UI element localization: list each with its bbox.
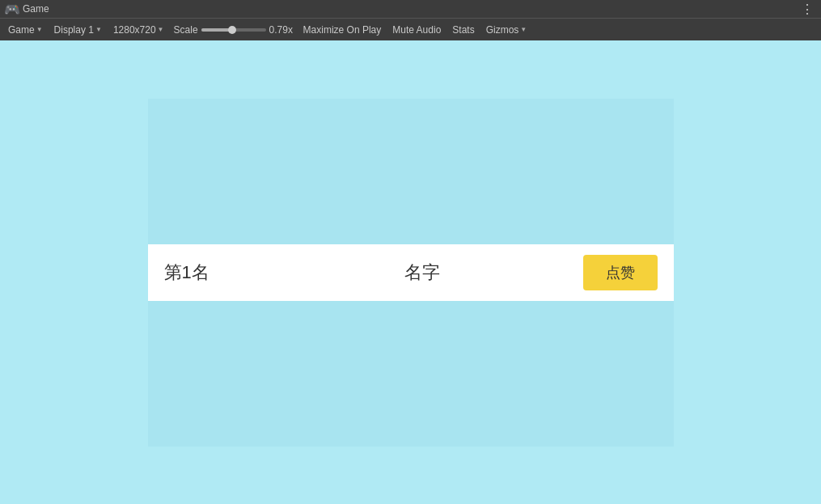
scale-value: 0.79x: [269, 24, 294, 36]
game-viewport: 第1名 名字 点赞: [148, 99, 674, 447]
scale-slider-fill: [201, 28, 232, 32]
mute-audio-button[interactable]: Mute Audio: [387, 21, 446, 39]
score-name: 名字: [261, 260, 583, 285]
display-dropdown[interactable]: Display 1 ▼: [49, 21, 107, 39]
title-bar-menu-button[interactable]: ⋮: [801, 2, 815, 17]
score-row: 第1名 名字 点赞: [148, 244, 674, 301]
like-button[interactable]: 点赞: [583, 255, 658, 290]
game-dropdown-arrow: ▼: [36, 26, 43, 33]
scale-slider[interactable]: [201, 28, 266, 32]
game-area: 第1名 名字 点赞: [0, 40, 821, 504]
resolution-dropdown[interactable]: 1280x720 ▼: [108, 21, 169, 39]
scale-label: Scale: [174, 24, 198, 36]
game-icon: 🎮: [6, 3, 18, 15]
display-dropdown-arrow: ▼: [95, 26, 102, 33]
scale-slider-thumb: [228, 26, 236, 34]
toolbar: Game ▼ Display 1 ▼ 1280x720 ▼ Scale 0.79…: [0, 18, 821, 40]
maximize-on-play-button[interactable]: Maximize On Play: [298, 21, 387, 39]
game-dropdown[interactable]: Game ▼: [3, 21, 48, 39]
scale-container: Scale 0.79x: [171, 24, 297, 36]
stats-button[interactable]: Stats: [447, 21, 479, 39]
title-bar-label: Game: [23, 3, 49, 15]
gizmos-label: Gizmos: [486, 24, 519, 36]
title-bar: 🎮 Game ⋮: [0, 0, 821, 18]
resolution-dropdown-arrow: ▼: [158, 26, 164, 33]
resolution-dropdown-label: 1280x720: [113, 24, 156, 36]
gizmos-dropdown-arrow: ▼: [520, 26, 527, 33]
display-dropdown-label: Display 1: [54, 24, 94, 36]
score-rank: 第1名: [164, 260, 261, 285]
gizmos-button[interactable]: Gizmos ▼: [481, 21, 532, 39]
game-dropdown-label: Game: [8, 24, 35, 36]
